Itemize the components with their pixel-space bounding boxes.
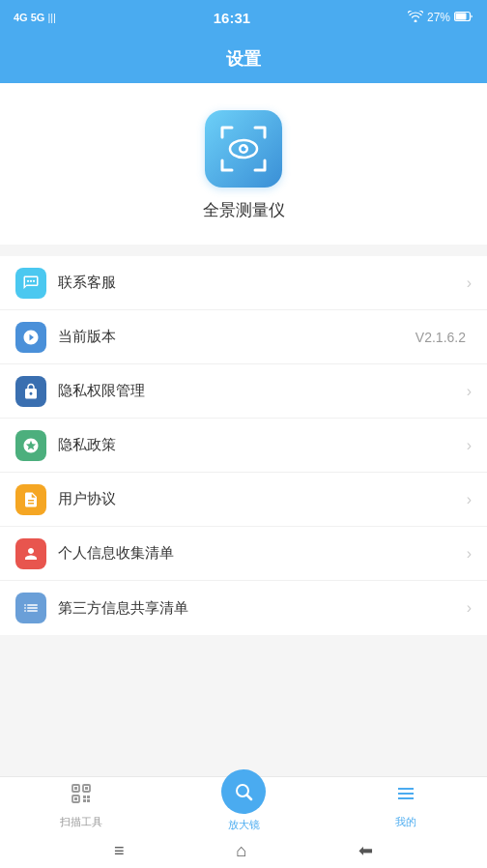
svg-rect-12 xyxy=(74,787,77,790)
status-bar: 4G 5G ||| 16:31 27% xyxy=(0,0,487,35)
personal-info-chevron: › xyxy=(467,545,472,563)
third-party-label: 第三方信息共享清单 xyxy=(58,599,467,618)
sys-home-btn[interactable]: ⌂ xyxy=(236,841,246,861)
agreement-label: 用户协议 xyxy=(58,490,467,508)
menu-section: 联系客服 › 当前版本 V2.1.6.2 隐私权限管理 › 隐私政策 › xyxy=(0,256,487,635)
menu-item-privacy-mgmt[interactable]: 隐私权限管理 › xyxy=(0,364,487,419)
status-time: 16:31 xyxy=(214,10,250,26)
nav-item-scan[interactable]: 扫描工具 xyxy=(0,777,162,833)
third-party-icon xyxy=(15,593,46,623)
third-party-chevron: › xyxy=(467,599,472,617)
magnifier-icon-wrap xyxy=(221,769,266,814)
personal-info-icon xyxy=(15,538,46,569)
nav-mine-label: 我的 xyxy=(395,815,416,829)
version-label: 当前版本 xyxy=(58,328,415,346)
nav-item-magnifier[interactable]: 放大镜 xyxy=(162,777,325,833)
menu-item-version[interactable]: 当前版本 V2.1.6.2 xyxy=(0,310,487,364)
page-title: 设置 xyxy=(226,47,261,71)
privacy-mgmt-icon xyxy=(15,376,46,407)
privacy-policy-icon xyxy=(15,430,46,461)
agreement-icon xyxy=(15,484,46,515)
contact-chevron: › xyxy=(467,275,472,292)
svg-point-5 xyxy=(244,146,246,148)
scan-icon xyxy=(70,782,93,811)
battery-icon xyxy=(454,11,473,25)
svg-rect-1 xyxy=(455,13,466,19)
privacy-mgmt-chevron: › xyxy=(467,383,472,400)
app-name: 全景测量仪 xyxy=(203,199,285,221)
svg-rect-14 xyxy=(74,797,77,800)
privacy-policy-chevron: › xyxy=(467,437,472,454)
version-value: V2.1.6.2 xyxy=(415,330,466,345)
app-icon xyxy=(205,110,282,188)
contact-icon xyxy=(15,268,46,299)
svg-point-8 xyxy=(33,279,35,281)
signal-4g: 4G xyxy=(14,12,28,23)
status-right: 27% xyxy=(408,11,473,25)
signal-5g: 5G xyxy=(31,12,45,23)
menu-item-third-party[interactable]: 第三方信息共享清单 › xyxy=(0,581,487,635)
menu-item-agreement[interactable]: 用户协议 › xyxy=(0,473,487,527)
menu-item-personal-info[interactable]: 个人信息收集清单 › xyxy=(0,527,487,581)
sys-back-btn[interactable]: ⬅ xyxy=(358,840,373,861)
menu-item-contact[interactable]: 联系客服 › xyxy=(0,256,487,310)
personal-info-label: 个人信息收集清单 xyxy=(58,544,467,563)
system-nav: ≡ ⌂ ⬅ xyxy=(0,833,487,868)
mine-icon xyxy=(394,782,417,811)
bottom-nav: 扫描工具 放大镜 我的 ≡ ⌂ ⬅ xyxy=(0,776,487,868)
menu-item-privacy-policy[interactable]: 隐私政策 › xyxy=(0,419,487,473)
privacy-mgmt-label: 隐私权限管理 xyxy=(58,382,467,400)
svg-point-6 xyxy=(27,279,29,281)
app-info-section: 全景测量仪 xyxy=(0,83,487,245)
status-left: 4G 5G ||| xyxy=(14,12,56,23)
top-bar: 设置 xyxy=(0,35,487,83)
signal-bars: ||| xyxy=(47,12,56,23)
nav-scan-label: 扫描工具 xyxy=(60,815,102,829)
svg-point-7 xyxy=(30,279,32,281)
svg-rect-13 xyxy=(85,787,88,790)
sys-menu-btn[interactable]: ≡ xyxy=(114,841,125,861)
version-icon xyxy=(15,322,46,353)
privacy-policy-label: 隐私政策 xyxy=(58,436,467,454)
wifi-icon xyxy=(408,11,423,25)
agreement-chevron: › xyxy=(467,491,472,508)
nav-items: 扫描工具 放大镜 我的 xyxy=(0,777,487,833)
battery-text: 27% xyxy=(427,11,450,24)
contact-label: 联系客服 xyxy=(58,274,467,292)
nav-item-mine[interactable]: 我的 xyxy=(325,777,487,833)
nav-magnifier-label: 放大镜 xyxy=(228,818,260,832)
